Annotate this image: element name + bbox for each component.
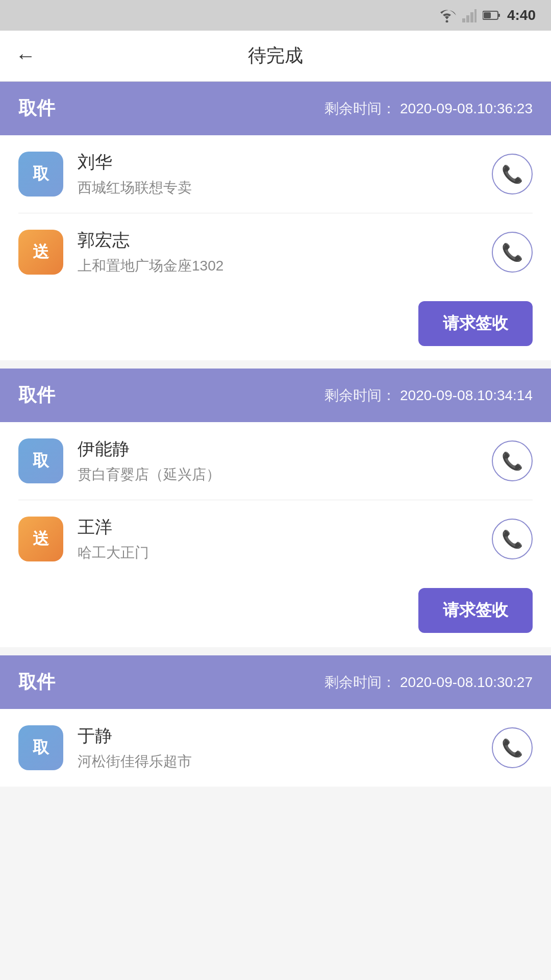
task-info-2: 郭宏志 上和置地广场金座1302: [78, 229, 478, 276]
svg-rect-6: [498, 14, 500, 17]
task-card-1: 取件 剩余时间： 2020-09-08.10:36:23 取 刘华 西城红场联想…: [0, 82, 551, 360]
section-label-2: 取件: [18, 383, 55, 408]
task-name-2: 郭宏志: [78, 229, 478, 252]
phone-icon-4: 📞: [502, 529, 523, 549]
phone-icon-2: 📞: [502, 242, 523, 262]
back-button[interactable]: ←: [15, 44, 36, 67]
avatar-3: 取: [18, 438, 63, 483]
svg-rect-2: [466, 15, 469, 22]
task-row-1: 取 刘华 西城红场联想专卖 📞: [0, 135, 551, 213]
task-name-4: 王洋: [78, 516, 478, 539]
svg-rect-7: [484, 12, 491, 18]
phone-button-3[interactable]: 📞: [492, 440, 533, 481]
task-row-5: 取 于静 河松街佳得乐超市 📞: [0, 709, 551, 787]
svg-point-0: [445, 20, 448, 23]
avatar-1: 取: [18, 152, 63, 197]
section-label-1: 取件: [18, 96, 55, 121]
battery-icon: [483, 10, 501, 20]
svg-rect-3: [470, 12, 473, 22]
task-name-5: 于静: [78, 724, 478, 748]
section-time-3: 剩余时间： 2020-09-08.10:30:27: [324, 673, 533, 692]
sign-button-2[interactable]: 请求签收: [418, 588, 533, 633]
task-info-3: 伊能静 贯白育婴店（延兴店）: [78, 437, 478, 484]
task-name-3: 伊能静: [78, 437, 478, 461]
task-card-2: 取件 剩余时间： 2020-09-08.10:34:14 取 伊能静 贯白育婴店…: [0, 369, 551, 647]
task-row-2: 送 郭宏志 上和置地广场金座1302 📞: [0, 213, 551, 291]
phone-icon-5: 📞: [502, 738, 523, 758]
status-time: 4:40: [507, 7, 536, 23]
task-address-4: 哈工大正门: [78, 543, 478, 562]
section-header-2: 取件 剩余时间： 2020-09-08.10:34:14: [0, 369, 551, 422]
section-label-3: 取件: [18, 670, 55, 695]
action-bar-1: 请求签收: [0, 291, 551, 360]
task-name-1: 刘华: [78, 151, 478, 174]
section-header-1: 取件 剩余时间： 2020-09-08.10:36:23: [0, 82, 551, 135]
svg-rect-1: [462, 18, 465, 22]
svg-rect-4: [474, 9, 477, 22]
page-title: 待完成: [248, 43, 303, 68]
phone-icon-3: 📞: [502, 451, 523, 471]
section-time-1: 剩余时间： 2020-09-08.10:36:23: [324, 99, 533, 118]
wifi-icon: [438, 8, 456, 22]
signal-icon: [462, 8, 477, 22]
phone-button-5[interactable]: 📞: [492, 727, 533, 768]
phone-button-2[interactable]: 📞: [492, 232, 533, 273]
phone-button-4[interactable]: 📞: [492, 519, 533, 559]
task-info-5: 于静 河松街佳得乐超市: [78, 724, 478, 771]
time-value-2: 2020-09-08.10:34:14: [400, 387, 533, 404]
task-info-1: 刘华 西城红场联想专卖: [78, 151, 478, 198]
task-address-1: 西城红场联想专卖: [78, 178, 478, 198]
task-card-3: 取件 剩余时间： 2020-09-08.10:30:27 取 于静 河松街佳得乐…: [0, 655, 551, 787]
avatar-4: 送: [18, 517, 63, 561]
time-label-2: 剩余时间：: [324, 386, 396, 405]
phone-icon-1: 📞: [502, 164, 523, 184]
time-label-1: 剩余时间：: [324, 99, 396, 118]
time-value-3: 2020-09-08.10:30:27: [400, 674, 533, 691]
header: ← 待完成: [0, 31, 551, 82]
task-info-4: 王洋 哈工大正门: [78, 516, 478, 562]
avatar-5: 取: [18, 725, 63, 770]
sign-button-1[interactable]: 请求签收: [418, 301, 533, 346]
section-header-3: 取件 剩余时间： 2020-09-08.10:30:27: [0, 655, 551, 709]
action-bar-2: 请求签收: [0, 578, 551, 647]
status-icons: 4:40: [438, 7, 536, 23]
task-address-5: 河松街佳得乐超市: [78, 752, 478, 771]
task-address-3: 贯白育婴店（延兴店）: [78, 465, 478, 484]
avatar-2: 送: [18, 230, 63, 275]
status-bar: 4:40: [0, 0, 551, 31]
task-row-3: 取 伊能静 贯白育婴店（延兴店） 📞: [0, 422, 551, 500]
section-time-2: 剩余时间： 2020-09-08.10:34:14: [324, 386, 533, 405]
time-label-3: 剩余时间：: [324, 673, 396, 692]
task-row-4: 送 王洋 哈工大正门 📞: [0, 500, 551, 578]
task-address-2: 上和置地广场金座1302: [78, 256, 478, 276]
time-value-1: 2020-09-08.10:36:23: [400, 101, 533, 117]
phone-button-1[interactable]: 📞: [492, 154, 533, 194]
